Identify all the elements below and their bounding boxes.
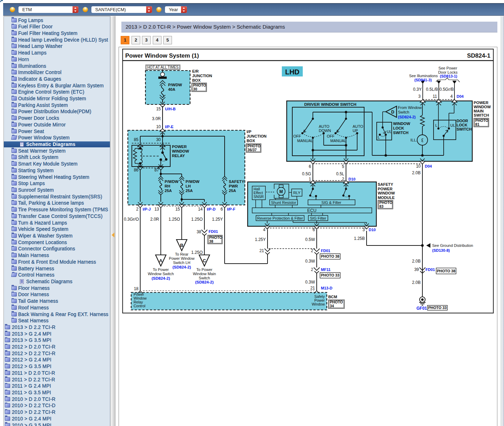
svg-text:2.0R: 2.0R [150, 217, 159, 222]
svg-text:LHD: LHD [285, 68, 299, 76]
svg-text:2: 2 [311, 248, 313, 253]
svg-text:Switch: Switch [398, 110, 409, 114]
svg-text:0.5L: 0.5L [336, 171, 345, 176]
svg-text:1.25O: 1.25O [191, 217, 203, 222]
svg-text:85: 85 [134, 137, 139, 142]
svg-text:I/P-D: I/P-D [207, 207, 216, 211]
svg-text:0.3Y: 0.3Y [413, 87, 422, 92]
svg-text:D04: D04 [457, 94, 464, 98]
svg-text:To Power: To Power [196, 267, 212, 272]
svg-text:SAFETY: SAFETY [378, 182, 393, 186]
svg-text:DOWN: DOWN [319, 128, 331, 133]
svg-text:25A: 25A [186, 189, 193, 193]
svg-text:1.25O: 1.25O [191, 250, 203, 255]
svg-text:10: 10 [156, 124, 161, 129]
svg-text:1.25O: 1.25O [168, 217, 180, 222]
svg-text:6: 6 [220, 207, 223, 212]
svg-text:36/37: 36/37 [248, 148, 257, 152]
svg-text:3: 3 [362, 227, 365, 232]
svg-text:Window: Window [312, 302, 325, 306]
svg-text:C: C [203, 258, 206, 263]
svg-text:4: 4 [263, 227, 265, 232]
svg-text:ECU: ECU [307, 208, 316, 213]
svg-text:1: 1 [309, 177, 311, 182]
svg-text:(SD941-3): (SD941-3) [414, 78, 432, 82]
svg-text:AUTO: AUTO [319, 124, 330, 128]
svg-text:I/P-J: I/P-J [143, 207, 151, 211]
svg-text:30: 30 [156, 137, 161, 142]
svg-text:3: 3 [418, 94, 421, 99]
svg-text:B: B [180, 243, 183, 248]
svg-text:UP: UP [353, 128, 358, 133]
svg-text:D10: D10 [369, 228, 376, 232]
svg-text:Switch LH: Switch LH [173, 260, 190, 265]
svg-text:Switch: Switch [199, 276, 210, 280]
svg-text:86: 86 [134, 168, 139, 172]
svg-text:D: D [391, 110, 394, 115]
svg-text:L: L [378, 135, 380, 139]
svg-text:OFF: OFF [327, 134, 334, 138]
svg-text:See Ground Distribution: See Ground Distribution [432, 243, 473, 248]
svg-text:POWER: POWER [474, 101, 488, 105]
svg-text:Shunt Resistor: Shunt Resistor [271, 200, 296, 205]
svg-text:13: 13 [155, 207, 159, 212]
svg-text:M13-D: M13-D [321, 286, 332, 290]
svg-text:PHOTO 38: PHOTO 38 [437, 269, 455, 273]
svg-text:GF01: GF01 [416, 306, 427, 311]
svg-text:SWITCH: SWITCH [393, 131, 408, 135]
svg-text:1.25B: 1.25B [354, 236, 365, 241]
svg-text:WINDOW: WINDOW [172, 149, 189, 153]
svg-text:L: L [435, 123, 437, 127]
svg-text:MANUAL: MANUAL [330, 139, 346, 143]
svg-text:Control: Control [134, 304, 145, 308]
svg-text:0.5Gr/B: 0.5Gr/B [439, 87, 454, 92]
svg-text:MANUAL: MANUAL [297, 139, 313, 143]
svg-text:WINDOW: WINDOW [474, 105, 491, 109]
svg-text:SWITCH: SWITCH [474, 113, 489, 117]
svg-text:2.0B: 2.0B [412, 259, 421, 264]
svg-text:PHOTO 33: PHOTO 33 [428, 306, 446, 310]
svg-text:SAFETY: SAFETY [229, 179, 245, 184]
svg-text:I/P-E: I/P-E [165, 125, 173, 129]
svg-text:4: 4 [450, 94, 453, 99]
svg-text:PHOTO 38: PHOTO 38 [321, 254, 339, 258]
svg-text:FD01: FD01 [321, 249, 330, 253]
svg-text:To Rear: To Rear [175, 252, 189, 256]
svg-text:Power Window System (1): Power Window System (1) [125, 52, 199, 59]
svg-text:LOCK: LOCK [457, 123, 467, 127]
svg-text:ILL.: ILL. [411, 138, 417, 142]
svg-text:0.5L/B: 0.5L/B [426, 87, 438, 92]
svg-text:21: 21 [259, 248, 264, 253]
svg-text:SIG & Filter: SIG & Filter [322, 200, 341, 205]
svg-text:18: 18 [134, 286, 139, 291]
svg-text:0.3Gr/O: 0.3Gr/O [124, 217, 139, 222]
svg-text:To Power: To Power [153, 267, 169, 272]
svg-text:34: 34 [330, 304, 334, 308]
svg-text:PWR: PWR [229, 184, 238, 188]
svg-text:0.3W: 0.3W [305, 259, 315, 264]
svg-text:I/P: I/P [247, 130, 251, 134]
svg-text:WINDOW: WINDOW [393, 122, 411, 126]
svg-text:(SD824-2): (SD824-2) [195, 280, 213, 284]
svg-text:25A: 25A [165, 189, 172, 193]
svg-text:10: 10 [416, 164, 421, 169]
svg-text:LH: LH [186, 184, 191, 188]
svg-text:2: 2 [136, 207, 138, 212]
svg-text:87: 87 [155, 168, 159, 172]
svg-text:A: A [159, 258, 163, 263]
svg-text:BOX: BOX [247, 139, 255, 143]
svg-text:FD01: FD01 [209, 229, 218, 234]
svg-text:DOOR: DOOR [457, 119, 468, 123]
svg-text:SWITCH: SWITCH [457, 127, 472, 131]
svg-text:15: 15 [175, 207, 180, 212]
svg-text:30: 30 [193, 87, 197, 91]
svg-text:2: 2 [311, 267, 313, 272]
svg-text:RH: RH [165, 184, 170, 188]
svg-text:D04: D04 [425, 164, 432, 168]
svg-text:MAIN: MAIN [474, 109, 484, 113]
svg-text:Window Switch: Window Switch [148, 272, 174, 276]
svg-text:POWER: POWER [378, 187, 392, 191]
svg-text:(SD824-2): (SD824-2) [172, 265, 191, 269]
svg-text:(SD130-8): (SD130-8) [432, 248, 450, 252]
svg-text:See Illuminations: See Illuminations [409, 74, 438, 78]
